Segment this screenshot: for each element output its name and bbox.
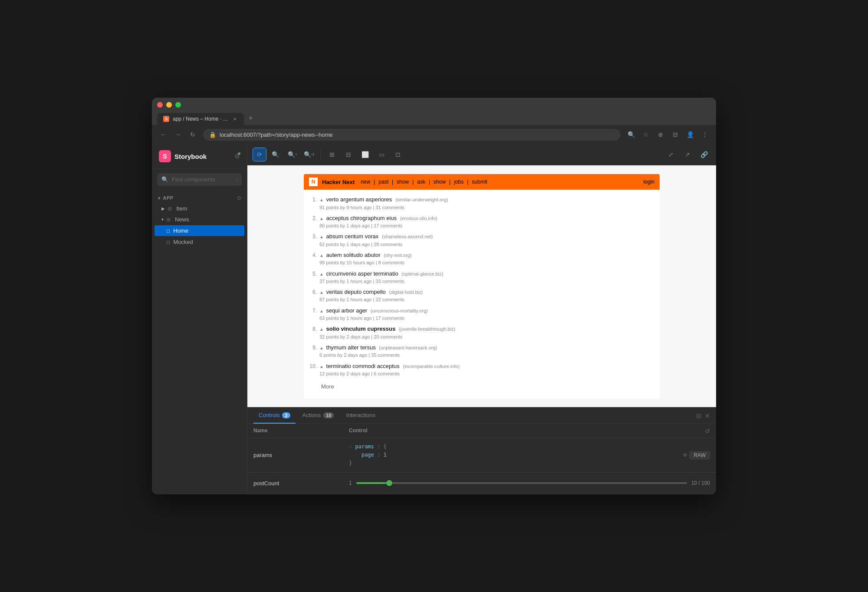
nav-item-mocked[interactable]: □ Mocked [155,237,244,247]
search-box[interactable]: 🔍 Find components / [157,173,242,186]
forward-button[interactable]: → [172,128,184,141]
reset-controls-button[interactable]: ↺ [705,428,710,434]
chevron-down-icon: ▾ [158,196,161,201]
main-content: ⟳ 🔍- 🔍+ 🔍↺ ⊞ ⊟ ⬜ ▭ ⊡ ⤢ ↗ 🔗 [247,144,716,494]
profile-button[interactable]: 👤 [684,128,696,141]
toolbar-right: ⤢ ↗ 🔗 [664,148,711,161]
item-title[interactable]: veritas deputo compello [326,289,386,295]
hn-nav-jobs[interactable]: jobs [452,179,465,185]
back-button[interactable]: ← [157,128,169,141]
cast-button[interactable]: ⊟ [669,128,681,141]
url-bar[interactable]: 🔒 localhost:6007/?path=/story/app-news--… [203,129,621,141]
item-title[interactable]: verto argentum asperiores [326,196,392,203]
sync-toolbar-button[interactable]: ⟳ [253,148,266,161]
hn-nav-show2[interactable]: show [432,179,447,185]
table-row: 6. ▲ veritas deputo compello (digital-ho… [304,286,660,305]
minimize-button[interactable] [166,102,172,108]
nav-item-news-header[interactable]: ▾ ⊞ News [152,214,247,225]
settings-button[interactable]: ⚙ [234,153,240,160]
upvote-icon[interactable]: ▲ [319,290,324,295]
upvote-icon[interactable]: ▲ [319,234,324,239]
hn-nav-show[interactable]: show [395,179,411,185]
hn-nav-past[interactable]: past [377,179,390,185]
hn-site-name: Hacker Next [322,179,355,185]
upvote-icon[interactable]: ▲ [319,309,324,313]
item-domain: (unconscious-mortality.org) [371,308,428,313]
tab-interactions[interactable]: Interactions [341,408,380,424]
nav-item-home[interactable]: □ Home [155,225,244,236]
reload-button[interactable]: ↻ [187,128,199,141]
chevron-down-icon-news: ▾ [161,217,164,222]
slider-min-label: 1 [349,480,352,486]
hn-nav-new[interactable]: new [359,179,372,185]
split-panel-button[interactable]: ⊟ [696,412,701,419]
item-title[interactable]: autem solitudo abutor [326,252,381,258]
active-tab[interactable]: S app / News – Home · Storybo… ✕ [157,113,244,125]
item-component-icon: ⊞ [168,206,172,212]
item-meta: 32 points by 2 days ago | 20 comments [319,334,655,340]
copy-link-button[interactable]: 🔗 [697,148,711,161]
extension-button[interactable]: ⊕ [654,128,667,141]
table-row: 2. ▲ acceptus chirographum eius (envious… [304,213,660,231]
close-button[interactable] [157,102,163,108]
item-title[interactable]: thymum alter tersus [326,344,376,351]
item-title[interactable]: circumvenio asper terminatio [326,270,398,277]
postcount-slider[interactable] [356,482,687,484]
tab-title: app / News – Home · Storybo… [173,116,228,122]
nav-item-item-header[interactable]: ▶ ⊞ Item [152,203,247,214]
sidebar-header: S Storybook ⚙ [152,144,247,169]
upvote-icon[interactable]: ▲ [319,364,324,369]
hn-nav-submit[interactable]: submit [470,179,489,185]
zoom-in-button[interactable]: 🔍+ [286,148,299,161]
grid-view-button[interactable]: ⊞ [325,148,339,161]
actions-badge: 10 [323,412,334,418]
item-title[interactable]: sequi arbor ager [326,307,368,314]
upvote-icon[interactable]: ▲ [319,216,324,221]
controls-table-header: Name Control ↺ [247,424,716,438]
more-button[interactable]: More [304,379,660,394]
upvote-icon[interactable]: ▲ [319,272,324,276]
single-view-button[interactable]: ⬜ [358,148,372,161]
zoom-reset-button[interactable]: 🔍↺ [302,148,316,161]
home-story-icon: □ [167,228,170,234]
tab-controls-label: Controls [259,412,279,418]
item-title[interactable]: absum centum vorax [326,233,379,240]
tab-controls[interactable]: Controls 2 [253,408,296,424]
upvote-icon[interactable]: ▲ [319,345,324,350]
chevron-right-icon: ▶ [161,206,165,211]
item-title[interactable]: acceptus chirographum eius [326,215,397,221]
upvote-icon[interactable]: ▲ [319,327,324,332]
nav-section-app-label: APP [163,195,174,201]
close-panel-button[interactable]: ✕ [705,412,710,419]
hn-login-button[interactable]: login [644,179,654,185]
tab-actions[interactable]: Actions 10 [297,408,339,424]
panel-button[interactable]: ▭ [375,148,388,161]
upvote-icon[interactable]: ▲ [319,253,324,258]
item-domain: (similar-underweight.org) [395,197,448,202]
raw-eye-toggle[interactable]: 👁 RAW [683,451,710,460]
slider-thumb[interactable] [386,480,392,486]
item-title[interactable]: terminatio commodi acceptus [326,363,400,369]
params-actions: 👁 RAW [683,451,710,460]
name-column-header: Name [253,428,349,434]
fullscreen-button[interactable] [175,102,181,108]
nav-section-app-header[interactable]: ▾ APP ◇ [152,193,247,203]
expand-button[interactable]: ⤢ [664,148,678,161]
hn-nav-ask[interactable]: ask [415,179,427,185]
item-title[interactable]: solio vinculum cupressus [326,326,396,332]
new-tab-button[interactable]: + [245,112,257,124]
url-text: localhost:6007/?path=/story/app-news--ho… [220,132,333,138]
zoom-button[interactable]: 🔍 [625,128,637,141]
open-new-button[interactable]: ↗ [681,148,694,161]
item-domain: (shameless-ascend.net) [382,234,433,239]
tab-close-button[interactable]: ✕ [232,116,238,122]
zoom-out-button[interactable]: 🔍- [269,148,283,161]
menu-button[interactable]: ⋮ [699,128,711,141]
bookmark-button[interactable]: ☆ [640,128,652,141]
raw-button[interactable]: RAW [689,451,710,460]
news-component-icon: ⊞ [166,217,171,223]
list-view-button[interactable]: ⊟ [342,148,355,161]
full-view-button[interactable]: ⊡ [391,148,405,161]
upvote-icon[interactable]: ▲ [319,197,324,202]
traffic-lights [157,102,711,108]
